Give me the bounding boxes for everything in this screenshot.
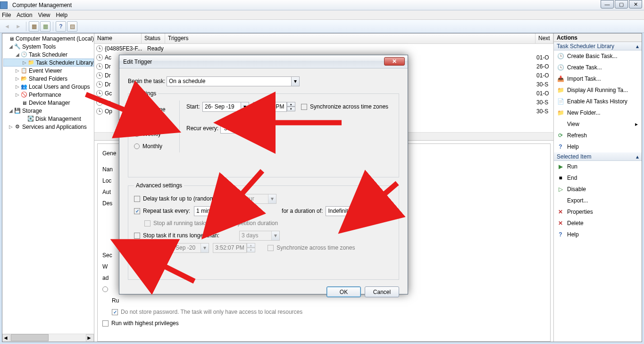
- tree-root[interactable]: 🖥Computer Management (Local): [3, 34, 94, 42]
- action-help[interactable]: ?Help: [554, 141, 642, 152]
- settings-fieldset: Settings One time Daily Weekly Monthly S…: [128, 90, 399, 177]
- maximize-button[interactable]: ▢: [615, 0, 628, 8]
- action-view[interactable]: View▸: [554, 118, 642, 130]
- action-disable[interactable]: ▷Disable: [554, 184, 642, 195]
- clock-icon: [96, 63, 103, 70]
- action-import-task[interactable]: 📥Import Task...: [554, 73, 642, 84]
- radio-run[interactable]: [102, 286, 108, 292]
- input-start-time[interactable]: 2:48:21 PM: [253, 102, 287, 112]
- combo-begin-task[interactable]: On a schedule▾: [167, 76, 300, 86]
- action-help2[interactable]: ?Help: [554, 229, 642, 240]
- chk-highest[interactable]: [102, 320, 109, 327]
- action-create-task[interactable]: 🕓Create Task...: [554, 62, 642, 73]
- clock-icon: [96, 72, 103, 79]
- menu-help[interactable]: Help: [56, 12, 68, 18]
- lbl-expire: Expire:: [143, 244, 160, 251]
- lbl-security: Sec: [102, 252, 112, 259]
- actions-pane: Actions Task Scheduler Library▴ 🕒Create …: [554, 34, 642, 342]
- action-display-running[interactable]: 📁Display All Running Ta...: [554, 84, 642, 96]
- col-status[interactable]: Status: [142, 34, 165, 43]
- action-properties[interactable]: ✕Properties: [554, 206, 642, 218]
- actions-group-selected[interactable]: Selected Item▴: [554, 152, 642, 161]
- back-button: ◄: [2, 21, 12, 32]
- chk-enabled[interactable]: [134, 265, 140, 271]
- radio-daily[interactable]: [134, 119, 140, 125]
- tree-performance[interactable]: ▷🚫Performance: [3, 91, 94, 99]
- settings-legend: Settings: [134, 90, 158, 97]
- tree-services-apps[interactable]: ▷⚙Services and Applications: [3, 123, 94, 131]
- input-recur[interactable]: 365: [220, 124, 237, 134]
- chk-repeat[interactable]: [134, 208, 140, 214]
- lbl-when: W: [102, 263, 108, 270]
- toolbar-btn-2[interactable]: ▦: [40, 21, 50, 32]
- radio-monthly[interactable]: [134, 143, 140, 149]
- tree-hscroll[interactable]: ◄►: [2, 334, 94, 342]
- close-button[interactable]: ✕: [629, 0, 642, 8]
- combo-duration[interactable]: Indefinitely▾: [326, 206, 366, 216]
- tree-local-users[interactable]: ▷👥Local Users and Groups: [3, 83, 94, 91]
- tree-storage[interactable]: ◢💾Storage: [3, 107, 94, 115]
- lbl-start: Start:: [186, 103, 202, 110]
- tree-disk-management[interactable]: 💽Disk Management: [3, 115, 94, 123]
- action-create-basic-task[interactable]: 🕒Create Basic Task...: [554, 50, 642, 62]
- import-icon: 📥: [557, 75, 564, 83]
- tree-pane: 🖥Computer Management (Local) ◢🔧System To…: [2, 34, 94, 342]
- menu-view[interactable]: View: [38, 12, 50, 18]
- tree-system-tools[interactable]: ◢🔧System Tools: [3, 42, 94, 50]
- minimize-button[interactable]: —: [601, 0, 614, 8]
- combo-repeat[interactable]: 1 minute▾: [194, 206, 234, 216]
- lbl-ru: Ru: [102, 297, 119, 304]
- time-spinner[interactable]: ▴▾: [287, 102, 295, 111]
- expire-date-picker: ▾: [201, 243, 209, 253]
- action-run[interactable]: ▶Run: [554, 161, 642, 172]
- task-icon: 🕓: [557, 64, 564, 71]
- cancel-button[interactable]: Cancel: [365, 286, 399, 297]
- lbl-duration: for a duration of:: [282, 208, 323, 214]
- wizard-icon: 🕒: [557, 52, 564, 60]
- dialog-close-button[interactable]: ✕: [384, 57, 405, 66]
- input-start-date[interactable]: 26- Sep -19: [202, 102, 241, 112]
- app-icon: [0, 1, 8, 9]
- tree-shared-folders[interactable]: ▷📂Shared Folders: [3, 75, 94, 83]
- help-button[interactable]: ?: [56, 21, 66, 32]
- chk-stop-if[interactable]: [134, 233, 140, 239]
- menu-action[interactable]: Action: [17, 12, 32, 18]
- action-export[interactable]: Export...: [554, 195, 642, 206]
- help-icon: ?: [557, 143, 564, 151]
- menu-file[interactable]: File: [2, 12, 11, 18]
- dialog-titlebar[interactable]: Edit Trigger ✕: [119, 55, 408, 68]
- ok-button[interactable]: OK: [326, 286, 361, 297]
- lbl-location: Loc: [102, 177, 111, 184]
- action-delete[interactable]: ✕Delete: [554, 218, 642, 229]
- tree-task-scheduler-library[interactable]: ▷📁Task Scheduler Library: [3, 59, 94, 67]
- chk-expire[interactable]: [134, 245, 140, 251]
- radio-onetime[interactable]: [134, 107, 140, 112]
- col-next[interactable]: Next: [535, 34, 553, 43]
- chk-delay[interactable]: [134, 196, 140, 202]
- lbl-repeat: Repeat task every:: [143, 208, 190, 214]
- col-name[interactable]: Name: [94, 34, 142, 43]
- toolbar-btn-1[interactable]: ▦: [29, 21, 39, 32]
- lbl-name: Nan: [102, 166, 113, 173]
- lbl-dont-store: Do not store password. The task will onl…: [121, 309, 302, 315]
- action-enable-history[interactable]: 📄Enable All Tasks History: [554, 96, 642, 107]
- toolbar-divider: [26, 22, 26, 31]
- start-date-picker[interactable]: ▾: [241, 102, 249, 112]
- actions-group-library[interactable]: Task Scheduler Library▴: [554, 42, 642, 50]
- clock-icon: [96, 54, 103, 61]
- action-end[interactable]: ■End: [554, 172, 642, 184]
- tree-task-scheduler[interactable]: ◢🕒Task Scheduler: [3, 50, 94, 59]
- action-new-folder[interactable]: 📁New Folder...: [554, 107, 642, 118]
- col-triggers[interactable]: Triggers: [165, 34, 535, 43]
- action-refresh[interactable]: ⟳Refresh: [554, 130, 642, 141]
- tree-device-manager[interactable]: 🖥Device Manager: [3, 99, 94, 107]
- lbl-delay: Delay task for up to (random delay):: [143, 195, 233, 202]
- chk-sync-tz[interactable]: [301, 104, 307, 110]
- radio-weekly[interactable]: [134, 131, 140, 137]
- tree-event-viewer[interactable]: ▷📋Event Viewer: [3, 67, 94, 75]
- toolbar-btn-3[interactable]: ▤: [67, 21, 77, 32]
- history-icon: 📄: [557, 98, 564, 105]
- collapse-icon: ▴: [636, 153, 639, 160]
- task-row[interactable]: {04885FE3-F...Ready: [94, 44, 553, 53]
- clock-icon: [96, 45, 103, 52]
